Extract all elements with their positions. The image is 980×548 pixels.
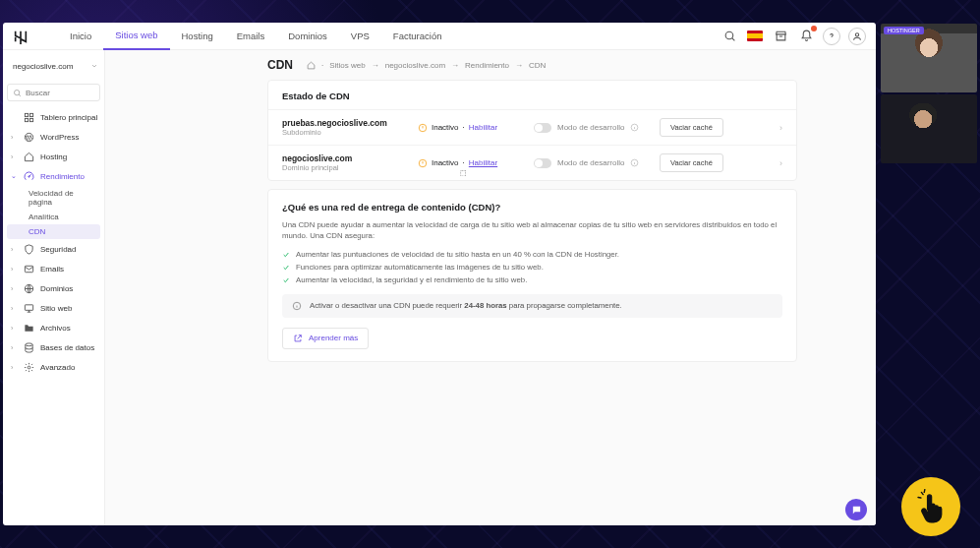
sidebar-item-emails[interactable]: › Emails	[3, 259, 104, 278]
sidebar-item-label: Dominios	[40, 284, 73, 293]
info-icon[interactable]	[630, 123, 639, 132]
chevron-right-icon: ›	[11, 344, 17, 351]
domain-type: Subdominio	[282, 128, 410, 137]
mail-icon	[23, 263, 34, 274]
svg-rect-5	[25, 118, 28, 121]
account-icon[interactable]	[848, 28, 866, 45]
chevron-right-icon: ›	[11, 134, 17, 141]
sidebar-item-rendimiento[interactable]: ⌄ Rendimiento	[3, 166, 104, 186]
topbar: Inicio Sitios web Hosting Emails Dominio…	[3, 23, 876, 50]
clear-cache-button[interactable]: Vaciar caché	[660, 153, 723, 172]
info-icon[interactable]	[630, 158, 639, 167]
site-selector-label: negocioslive.com	[13, 62, 73, 71]
breadcrumb: CDN · Sitios web → negocioslive.com → Re…	[267, 58, 797, 72]
sidebar-item-avanzado[interactable]: › Avanzado	[3, 357, 104, 377]
svg-rect-4	[29, 113, 32, 116]
domain-type: Dominio principal	[282, 163, 410, 172]
expand-row-icon[interactable]: ›	[779, 158, 782, 168]
sidebar-item-wordpress[interactable]: › WordPress	[3, 127, 104, 147]
clear-cache-button[interactable]: Vaciar caché	[660, 118, 723, 137]
globe-icon	[23, 282, 34, 294]
dev-mode-toggle[interactable]	[534, 158, 551, 168]
language-flag[interactable]	[746, 28, 764, 45]
sidebar: negocioslive.com Tablero principal › Wor…	[3, 50, 105, 525]
app-window: Inicio Sitios web Hosting Emails Dominio…	[3, 23, 876, 525]
info-desc: Una CDN puede ayudar a aumentar la veloc…	[282, 220, 782, 242]
database-icon	[23, 341, 34, 353]
propagation-note: Activar o desactivar una CDN puede reque…	[282, 294, 782, 318]
home-icon	[23, 151, 34, 162]
sidebar-sub-velocidad[interactable]: Velocidad de página	[3, 186, 104, 210]
speed-icon	[23, 170, 34, 182]
crumb-site[interactable]: negocioslive.com	[385, 61, 445, 70]
sidebar-item-label: Archivos	[40, 324, 71, 333]
svg-rect-3	[25, 113, 28, 116]
sidebar-item-dominios[interactable]: › Dominios	[3, 278, 104, 298]
wordpress-icon	[23, 131, 34, 143]
chevron-down-icon: ⌄	[11, 172, 17, 180]
expand-row-icon[interactable]: ›	[779, 123, 782, 133]
external-link-icon	[293, 334, 303, 343]
nav-emails[interactable]: Emails	[225, 23, 277, 50]
help-icon[interactable]	[823, 28, 840, 45]
cdn-info-card: ¿Qué es una red de entrega de contenido …	[267, 189, 797, 362]
check-icon	[282, 264, 290, 272]
sidebar-item-label: Emails	[40, 265, 64, 274]
sidebar-item-sitio-web[interactable]: › Sitio web	[3, 298, 104, 318]
sidebar-item-hosting[interactable]: › Hosting	[3, 147, 104, 166]
home-icon[interactable]	[307, 61, 316, 70]
svg-point-2	[15, 91, 20, 95]
chevron-down-icon	[90, 62, 98, 70]
info-title: ¿Qué es una red de entrega de contenido …	[282, 202, 782, 213]
crumb-sitios[interactable]: Sitios web	[329, 61, 365, 70]
nav-facturacion[interactable]: Facturación	[381, 23, 454, 50]
nav-sitios-web[interactable]: Sitios web	[103, 23, 169, 50]
sidebar-item-dashboard[interactable]: Tablero principal	[3, 107, 104, 127]
folder-icon	[23, 322, 34, 334]
nav-inicio[interactable]: Inicio	[58, 23, 103, 50]
svg-point-0	[725, 31, 733, 39]
svg-rect-11	[25, 304, 32, 310]
benefit-item: Aumentar la velocidad, la seguridad y el…	[282, 275, 782, 284]
monitor-icon	[23, 302, 34, 314]
chat-button[interactable]	[845, 499, 867, 520]
click-badge	[901, 477, 960, 536]
brand-logo[interactable]	[13, 29, 29, 44]
sidebar-item-label: Seguridad	[40, 245, 76, 254]
store-icon[interactable]	[772, 28, 789, 45]
chevron-right-icon: ›	[11, 285, 17, 292]
search-icon[interactable]	[721, 28, 738, 45]
cursor-pointer: ⬚	[460, 169, 467, 177]
dev-mode-label: Modo de desarrollo	[557, 123, 624, 132]
check-icon	[282, 276, 290, 284]
crumb-rendimiento[interactable]: Rendimiento	[465, 61, 509, 70]
svg-point-1	[855, 32, 858, 35]
sidebar-item-archivos[interactable]: › Archivos	[3, 318, 104, 337]
crumb-current: CDN	[529, 61, 546, 70]
enable-link[interactable]: Habilitar	[469, 123, 497, 132]
enable-link[interactable]: Habilitar	[469, 158, 497, 167]
main-content: CDN · Sitios web → negocioslive.com → Re…	[105, 50, 876, 525]
nav-dominios[interactable]: Dominios	[276, 23, 339, 50]
sidebar-sub-analitica[interactable]: Analítica	[3, 210, 104, 224]
site-selector[interactable]: negocioslive.com	[13, 54, 98, 78]
learn-more-button[interactable]: Aprender más	[282, 328, 369, 349]
sidebar-item-label: Hosting	[40, 152, 67, 161]
sidebar-sub-cdn[interactable]: CDN	[7, 224, 100, 239]
sidebar-item-label: Sitio web	[40, 304, 72, 313]
search-icon	[13, 89, 22, 97]
check-icon	[282, 251, 290, 259]
domain-name: pruebas.negocioslive.com	[282, 118, 410, 128]
sidebar-item-bases-datos[interactable]: › Bases de datos	[3, 337, 104, 357]
dev-mode-toggle[interactable]	[534, 123, 551, 133]
nav-hosting[interactable]: Hosting	[170, 23, 225, 50]
webcam-feed	[881, 94, 977, 163]
sidebar-item-seguridad[interactable]: › Seguridad	[3, 239, 104, 259]
page-title: CDN	[267, 58, 293, 72]
domain-name: negocioslive.com	[282, 153, 410, 163]
status-text: Inactivo	[432, 123, 459, 132]
benefit-item: Aumentar las puntuaciones de velocidad d…	[282, 250, 782, 259]
notifications-icon[interactable]	[797, 28, 815, 45]
sidebar-item-label: WordPress	[40, 133, 79, 142]
nav-vps[interactable]: VPS	[339, 23, 381, 50]
